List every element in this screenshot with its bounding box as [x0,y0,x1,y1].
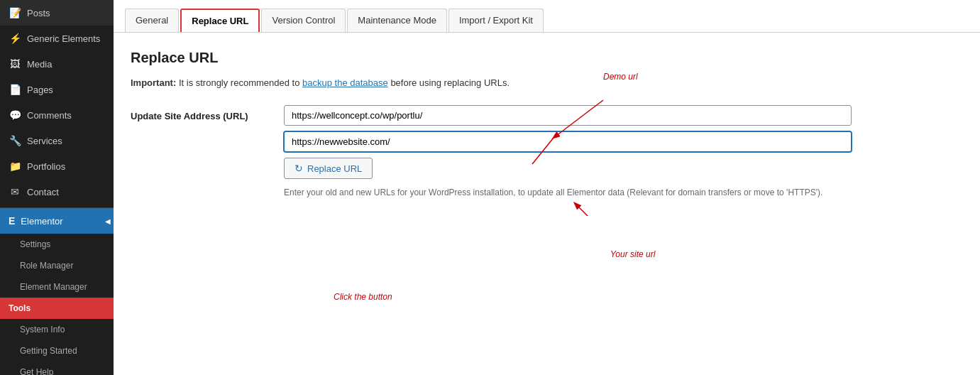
sidebar-item-element-manager[interactable]: Element Manager [0,276,114,298]
elementor-menu-header[interactable]: E Elementor ◀ [0,208,114,234]
sidebar-item-settings[interactable]: Settings [0,234,114,255]
elementor-section: E Elementor ◀ Settings Role Manager Elem… [0,207,114,375]
important-label: Important: [131,77,176,88]
replace-url-button[interactable]: ↻ Replace URL [284,158,373,179]
form-help-text: Enter your old and new URLs for your Wor… [284,186,852,199]
comments-icon: 💬 [9,109,21,121]
sidebar-item-media[interactable]: 🖼 Media [0,51,114,77]
sidebar: 📝 Posts ⚡ Generic Elements 🖼 Media 📄 Pag… [0,0,114,375]
form-label: Update Site Address (URL) [131,105,272,121]
tab-replace-url[interactable]: Replace URL [180,9,260,32]
sidebar-item-system-info[interactable]: System Info [0,319,114,340]
pages-icon: 📄 [9,84,21,95]
annotation-site-url: Your site url [610,249,655,259]
sidebar-item-get-help[interactable]: Get Help [0,362,114,375]
elementor-icon: E [9,215,15,227]
portfolios-icon: 📁 [9,161,21,172]
sidebar-item-contact[interactable]: ✉ Contact [0,179,114,205]
important-notice: Important: It is strongly recommended to… [131,77,963,88]
main-content: General Replace URL Version Control Main… [114,0,980,375]
svg-line-2 [575,203,624,216]
new-url-input[interactable] [284,131,852,152]
form-inputs: ↻ Replace URL Enter your old and new URL… [284,105,852,199]
old-url-input[interactable] [284,105,852,126]
posts-icon: 📝 [9,7,21,18]
generic-elements-icon: ⚡ [9,33,21,44]
annotation-click-button: Click the button [334,292,392,302]
sidebar-item-generic-elements[interactable]: ⚡ Generic Elements [0,26,114,51]
sidebar-item-portfolios[interactable]: 📁 Portfolios [0,153,114,179]
services-icon: 🔧 [9,135,21,146]
sidebar-item-role-manager[interactable]: Role Manager [0,255,114,276]
form-row: Update Site Address (URL) ↻ Replace URL … [131,105,963,199]
refresh-icon: ↻ [294,163,303,174]
sidebar-item-tools[interactable]: Tools [0,298,114,319]
media-icon: 🖼 [9,58,21,70]
tab-import-export-kit[interactable]: Import / Export Kit [448,9,544,32]
backup-database-link[interactable]: backup the database [302,77,388,88]
sidebar-item-pages[interactable]: 📄 Pages [0,77,114,102]
sidebar-item-comments[interactable]: 💬 Comments [0,102,114,128]
collapse-arrow-icon: ◀ [105,217,111,225]
sidebar-item-posts[interactable]: 📝 Posts [0,0,114,26]
sidebar-item-services[interactable]: 🔧 Services [0,128,114,153]
sidebar-item-getting-started[interactable]: Getting Started [0,340,114,362]
tab-maintenance-mode[interactable]: Maintenance Mode [347,9,447,32]
content-area: Replace URL Important: It is strongly re… [114,33,980,216]
page-title: Replace URL [131,50,963,66]
tab-bar: General Replace URL Version Control Main… [114,0,980,33]
contact-icon: ✉ [9,186,21,197]
tab-version-control[interactable]: Version Control [261,9,346,32]
tab-general[interactable]: General [125,9,179,32]
